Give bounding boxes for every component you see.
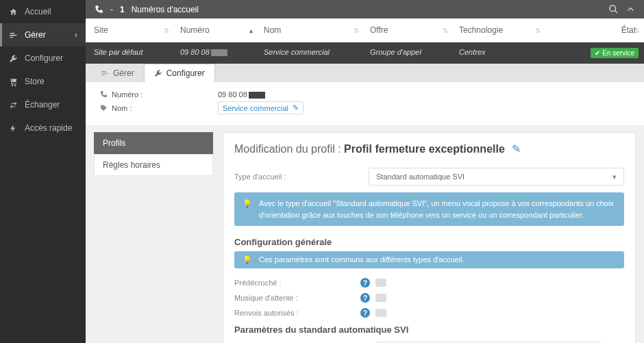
detail-panel: Numéro : 09 80 08 Nom : Service commerci… [86,82,644,125]
leftnav-regles[interactable]: Règles horaires [94,154,213,176]
info-banner-svi: 💡 Avec le type d'accueil "Standard autom… [234,192,624,226]
sliders-icon [8,31,18,40]
detail-nom-label: Nom : [112,104,132,112]
sidebar-item-label: Store [25,77,45,86]
tab-configurer[interactable]: Configurer [144,64,215,82]
pencil-icon[interactable]: ✎ [512,143,521,155]
tabs: Gérer Configurer [86,64,644,82]
profile-heading: Modification du profil : Profil fermetur… [234,142,624,155]
content-panel: Modification du profil : Profil fermetur… [223,132,636,343]
help-icon[interactable]: ? [360,278,370,288]
lightbulb-icon: 💡 [243,198,252,220]
sidebar-item-gerer[interactable]: Gérer ‹ [0,23,86,47]
type-accueil-select[interactable]: Standard automatique SVI [369,168,624,186]
table-header: Site⇅ Numéro▴ Nom⇅ Offre⇅ Technologie⇅ É… [86,18,644,42]
topbar: - 1 Numéros d'accueil [86,0,644,18]
sidebar-item-label: Accès rapide [25,123,72,133]
musique-toggle[interactable] [375,294,386,302]
sidebar-item-echanger[interactable]: Échanger [0,93,86,116]
svg-point-0 [610,5,616,12]
home-icon [8,8,18,16]
th-nom[interactable]: Nom⇅ [257,23,363,38]
predecroche-toggle[interactable] [375,279,386,287]
cart-icon [8,77,18,86]
status-badge: ✔ En service [591,48,639,58]
cell-site: Site par défaut [86,45,173,61]
heading-svi-params: Paramètres du standard automatique SVI [234,325,624,335]
cell-nom: Service commercial [257,45,363,61]
sidebar-item-label: Gérer [25,30,46,40]
sidebar-item-configurer[interactable]: Configurer [0,47,86,70]
sidebar-item-label: Configurer [25,53,63,63]
wrench-icon [8,54,18,63]
sidebar-item-label: Accueil [25,7,51,16]
sidebar-item-store[interactable]: Store [0,70,86,93]
exchange-icon [8,101,18,110]
phone-icon [94,5,103,14]
cell-numero: 09 80 08 [173,45,257,61]
topbar-count: 1 [120,5,125,14]
left-nav: Profils Règles horaires [94,132,213,343]
lightbulb-icon: 💡 [243,255,252,264]
detail-numero-value: 09 80 08 [218,90,265,99]
cell-tech: Centrex [452,45,545,61]
th-site[interactable]: Site⇅ [86,23,173,38]
th-etat[interactable]: État⇅ [545,23,644,38]
th-offre[interactable]: Offre⇅ [363,23,452,38]
table-row[interactable]: Site par défaut 09 80 08 Service commerc… [86,42,644,64]
sidebar-item-accueil[interactable]: Accueil [0,0,86,23]
th-tech[interactable]: Technologie⇅ [452,23,545,38]
detail-nom-chip[interactable]: Service commercial✎ [218,101,304,114]
help-icon[interactable]: ? [360,293,370,303]
bolt-icon [8,124,18,133]
musique-label: Musique d'attente : [234,294,360,302]
pencil-icon[interactable]: ✎ [293,103,299,112]
redacted [249,92,265,99]
leftnav-profils[interactable]: Profils [94,132,213,154]
help-icon[interactable]: ? [360,308,370,318]
detail-numero-label: Numéro : [112,90,143,99]
redacted [211,49,227,56]
collapse-icon[interactable] [626,4,636,14]
topbar-title: Numéros d'accueil [132,5,199,14]
renvois-label: Renvois autorisés : [234,309,360,317]
cell-offre: Groupe d'appel [363,45,452,61]
renvois-toggle[interactable] [375,309,386,317]
heading-config-generale: Configuration générale [234,237,624,247]
topbar-sep: - [110,5,113,14]
info-banner-common: 💡 Ces paramètres sont communs aux différ… [234,251,624,268]
phone-icon [99,90,108,99]
tab-gerer[interactable]: Gérer [91,64,144,82]
type-accueil-label: Type d'accueil : [234,173,369,181]
sidebar-item-acces-rapide[interactable]: Accès rapide [0,116,86,140]
search-icon[interactable] [608,4,619,14]
cell-etat: ✔ En service [545,45,644,61]
sidebar-item-label: Échanger [25,100,60,110]
predecroche-label: Prédécroché : [234,279,360,287]
tag-icon [99,104,108,112]
chevron-left-icon: ‹ [75,30,77,40]
th-numero[interactable]: Numéro▴ [173,23,257,38]
